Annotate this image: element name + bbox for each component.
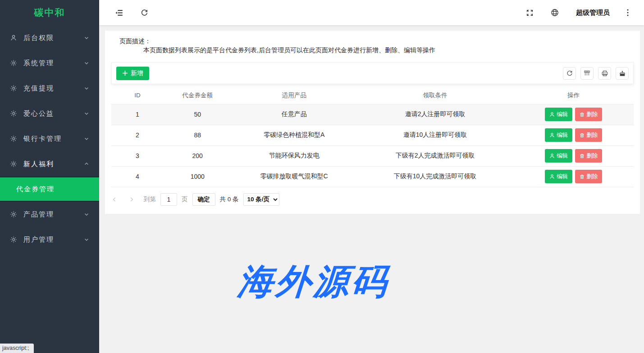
cell-product: 零碳绿色种植混和型A [232, 125, 357, 145]
delete-button[interactable]: 删除 [575, 108, 602, 121]
chevron-down-icon [84, 136, 89, 141]
sidebar-submenu: 代金券管理 [0, 176, 99, 202]
add-voucher-label: 新增 [131, 69, 143, 77]
watermark-text: 海外源码 [236, 258, 391, 306]
table-body: 1 50 任意产品 邀请2人注册即可领取 编辑 删除 [111, 104, 634, 187]
total-count-label: 共 0 条 [220, 195, 239, 204]
user-icon [549, 112, 555, 117]
collapse-sidebar-icon[interactable] [114, 8, 124, 18]
pagination: 到第 页 确定 共 0 条 10 条/页 [105, 187, 640, 213]
edit-button[interactable]: 编辑 [545, 128, 572, 142]
sidebar-item-newcomer-benefits[interactable]: 新人福利 [0, 151, 99, 176]
table-row: 3 200 节能环保风力发电 下级有2人完成激活即可领取 编辑 删除 [111, 145, 634, 166]
more-menu-icon[interactable] [627, 9, 629, 16]
chevron-up-icon [84, 161, 89, 167]
cell-amount: 88 [164, 125, 232, 145]
sidebar-item-label: 爱心公益 [23, 109, 54, 118]
cell-product: 节能环保风力发电 [232, 145, 357, 166]
cell-condition: 下级有10人完成激活即可领取 [357, 166, 514, 187]
cell-actions: 编辑 删除 [513, 145, 634, 166]
trash-icon [580, 174, 585, 179]
sidebar-item-label: 新人福利 [23, 160, 54, 168]
refresh-table-icon[interactable] [563, 67, 576, 80]
export-icon[interactable] [616, 67, 629, 80]
fullscreen-icon[interactable] [526, 9, 534, 17]
sidebar-item-product-management[interactable]: 产品管理 [0, 202, 99, 227]
page-description-text: 本页面数据列表展示的是平台代金券列表,后台管理员可以在此页面对代金券进行新增、删… [143, 45, 631, 54]
cell-amount: 1000 [164, 166, 232, 187]
plus-icon [122, 70, 128, 76]
sidebar-item-label: 后台权限 [23, 34, 54, 42]
cell-actions: 编辑 删除 [513, 104, 634, 125]
sidebar-item-label: 产品管理 [23, 210, 54, 219]
user-icon [549, 174, 555, 179]
refresh-icon[interactable] [140, 9, 149, 17]
sidebar-item-system-management[interactable]: 系统管理 [0, 50, 99, 76]
page-unit-label: 页 [182, 195, 188, 204]
toolbar-icon-group [563, 67, 629, 80]
edit-button[interactable]: 编辑 [545, 170, 572, 183]
sidebar-item-admin-permissions[interactable]: 后台权限 [0, 25, 99, 50]
add-voucher-button[interactable]: 新增 [116, 67, 149, 80]
print-icon[interactable] [598, 67, 611, 80]
sidebar-item-label: 用户管理 [23, 235, 54, 244]
cell-id: 1 [111, 104, 164, 125]
chevron-down-icon [84, 86, 89, 91]
chevron-down-icon [84, 60, 89, 66]
next-page-icon[interactable] [128, 196, 135, 203]
chevron-down-icon [84, 35, 89, 41]
user-icon [549, 153, 555, 158]
page-size-select[interactable]: 10 条/页 [243, 193, 279, 206]
chevron-down-icon [84, 237, 89, 242]
table-row: 2 88 零碳绿色种植混和型A 邀请10人注册即可领取 编辑 删除 [111, 125, 634, 145]
cell-actions: 编辑 删除 [513, 166, 634, 187]
delete-button[interactable]: 删除 [575, 149, 602, 163]
globe-icon[interactable] [551, 9, 559, 17]
gear-icon [10, 135, 17, 142]
current-user-label[interactable]: 超级管理员 [576, 9, 610, 17]
cell-condition: 邀请10人注册即可领取 [357, 125, 514, 145]
content-area: 页面描述： 本页面数据列表展示的是平台代金券列表,后台管理员可以在此页面对代金券… [99, 25, 644, 353]
sidebar-item-bank-card[interactable]: 银行卡管理 [0, 126, 99, 151]
edit-button[interactable]: 编辑 [545, 108, 572, 121]
user-icon [549, 132, 555, 138]
link-status-bubble: javascript:; [0, 344, 34, 353]
delete-button[interactable]: 删除 [575, 170, 602, 183]
cell-id: 2 [111, 125, 164, 145]
edit-button[interactable]: 编辑 [545, 149, 572, 163]
voucher-table: ID 代金券金额 适用产品 领取条件 操作 1 50 任意产品 邀请2人注册即可… [105, 84, 640, 187]
page-number-input[interactable] [160, 193, 177, 206]
col-header-actions: 操作 [513, 87, 634, 104]
cell-id: 3 [111, 145, 164, 166]
columns-icon[interactable] [580, 67, 594, 80]
confirm-page-button[interactable]: 确定 [192, 193, 215, 206]
trash-icon [580, 133, 585, 138]
cell-condition: 下级有2人完成激活即可领取 [357, 145, 514, 166]
table-toolbar: 新增 [111, 62, 634, 84]
sidebar-item-voucher-management[interactable]: 代金券管理 [0, 177, 99, 201]
gear-icon [10, 160, 17, 167]
sidebar: 碳中和 后台权限 系统管理 充值提现 爱心公益 [0, 0, 99, 353]
prev-page-icon[interactable] [111, 196, 118, 203]
cell-product: 零碳排放取暖气混和型C [232, 166, 357, 187]
cell-amount: 50 [164, 104, 232, 125]
trash-icon [580, 154, 585, 158]
topbar: 超级管理员 [99, 0, 644, 25]
cell-actions: 编辑 删除 [513, 125, 634, 145]
delete-button[interactable]: 删除 [575, 128, 602, 142]
sidebar-item-recharge-withdraw[interactable]: 充值提现 [0, 76, 99, 101]
main-area: 超级管理员 页面描述： 本页面数据列表展示的是平台代金券列表,后台管理员可以在此… [99, 0, 644, 353]
gear-icon [10, 211, 17, 218]
table-row: 4 1000 零碳排放取暖气混和型C 下级有10人完成激活即可领取 编辑 [111, 166, 634, 187]
sidebar-item-user-management[interactable]: 用户管理 [0, 227, 99, 252]
page-description: 页面描述： 本页面数据列表展示的是平台代金券列表,后台管理员可以在此页面对代金券… [105, 31, 640, 56]
chevron-down-icon [84, 111, 89, 116]
sidebar-item-label: 充值提现 [23, 84, 54, 93]
sidebar-item-charity[interactable]: 爱心公益 [0, 101, 99, 126]
table-header-row: ID 代金券金额 适用产品 领取条件 操作 [111, 87, 634, 104]
gear-icon [10, 110, 17, 117]
goto-page-label: 到第 [144, 195, 156, 204]
page-description-label: 页面描述： [119, 36, 631, 45]
cell-condition: 邀请2人注册即可领取 [357, 104, 514, 125]
cell-product: 任意产品 [232, 104, 357, 125]
